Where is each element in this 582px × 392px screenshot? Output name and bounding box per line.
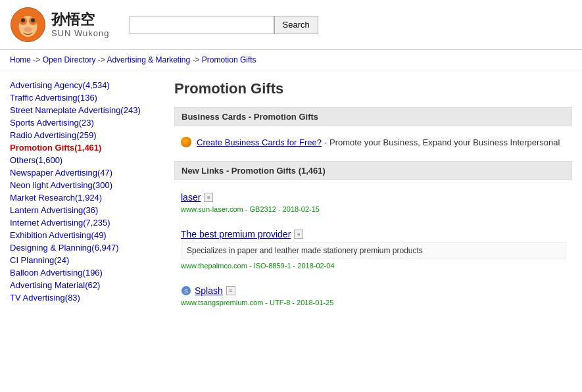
sidebar-item-9[interactable]: Market Research(1,924) xyxy=(10,193,155,203)
link-title-row: SSplash≡ xyxy=(181,285,566,296)
bc-link[interactable]: Create Business Cards for Free? xyxy=(197,137,322,147)
sidebar-item-14[interactable]: CI Planning(24) xyxy=(10,255,155,265)
link-title-row: The best premium provider≡ xyxy=(181,229,566,239)
sidebar-item-13[interactable]: Designing & Planning(6,947) xyxy=(10,243,155,253)
breadcrumb-home[interactable]: Home xyxy=(10,55,31,64)
business-card-entry: Create Business Cards for Free? - Promot… xyxy=(174,133,572,151)
search-button[interactable]: Search xyxy=(274,16,318,34)
sidebar-item-15[interactable]: Balloon Advertising(196) xyxy=(10,268,155,278)
page-title: Promotion Gifts xyxy=(174,80,572,97)
link-entry-1: The best premium provider≡Specializes in… xyxy=(174,224,572,274)
sidebar-item-2[interactable]: Street Nameplate Advertising(243) xyxy=(10,105,155,115)
sidebar-item-3[interactable]: Sports Advertising(23) xyxy=(10,118,155,128)
search-input[interactable] xyxy=(130,16,274,34)
bc-icon xyxy=(181,137,191,147)
link-title[interactable]: Splash xyxy=(195,285,223,296)
site-favicon: S xyxy=(181,285,191,296)
link-detail-icon[interactable]: ≡ xyxy=(226,286,235,295)
sidebar-item-11[interactable]: Internet Advertising(7,235) xyxy=(10,218,155,228)
section-new-links: New Links - Promotion Gifts (1,461)laser… xyxy=(174,161,572,310)
sidebar-item-5[interactable]: Promotion Gifts(1,461) xyxy=(10,143,155,153)
section-header-business-cards: Business Cards - Promotion Gifts xyxy=(174,107,572,126)
sidebar-item-8[interactable]: Neon light Advertising(300) xyxy=(10,180,155,190)
header: 孙悟空 SUN Wukong Search xyxy=(0,0,582,50)
breadcrumb-open-directory[interactable]: Open Directory xyxy=(43,55,96,64)
link-title[interactable]: The best premium provider xyxy=(181,229,291,239)
breadcrumb-advertising[interactable]: Advertising & Marketing xyxy=(107,55,190,64)
sidebar-item-4[interactable]: Radio Advertising(259) xyxy=(10,130,155,140)
link-title[interactable]: laser xyxy=(181,192,201,203)
svg-point-5 xyxy=(31,18,35,22)
sidebar-item-7[interactable]: Newspaper Advertising(47) xyxy=(10,168,155,178)
sidebar-item-1[interactable]: Traffic Advertising(136) xyxy=(10,93,155,103)
breadcrumb-sep3: -> xyxy=(193,55,202,64)
breadcrumb-sep2: -> xyxy=(98,55,107,64)
logo-icon xyxy=(10,7,46,43)
breadcrumb: Home -> Open Directory -> Advertising & … xyxy=(0,50,582,70)
sections-container: Business Cards - Promotion GiftsCreate B… xyxy=(174,107,572,310)
bc-desc: - Promote your Business, Expand your Bus… xyxy=(324,137,560,147)
sidebar-item-17[interactable]: TV Advertising(83) xyxy=(10,293,155,303)
sidebar-item-16[interactable]: Advertising Material(62) xyxy=(10,280,155,290)
svg-text:S: S xyxy=(184,288,188,295)
sidebar: Advertising Agency(4,534)Traffic Adverti… xyxy=(0,77,164,320)
section-business-cards: Business Cards - Promotion GiftsCreate B… xyxy=(174,107,572,151)
logo-sub: SUN Wukong xyxy=(51,28,110,39)
main: Advertising Agency(4,534)Traffic Adverti… xyxy=(0,70,582,327)
link-title-row: laser≡ xyxy=(181,192,566,203)
breadcrumb-promotion-gifts[interactable]: Promotion Gifts xyxy=(202,55,256,64)
content: Promotion Gifts Business Cards - Promoti… xyxy=(164,77,582,320)
link-entry-2: SSplash≡www.tsangspremium.com - UTF-8 - … xyxy=(174,280,572,310)
svg-point-4 xyxy=(21,18,25,22)
logo-text: 孙悟空 SUN Wukong xyxy=(51,11,110,39)
sidebar-item-12[interactable]: Exhibition Advertising(49) xyxy=(10,230,155,240)
section-header-new-links: New Links - Promotion Gifts (1,461) xyxy=(174,161,572,180)
logo-name: 孙悟空 xyxy=(51,11,110,28)
link-meta: www.sun-laser.com - GB2312 - 2018-02-15 xyxy=(181,205,566,213)
logo-area: 孙悟空 SUN Wukong xyxy=(10,7,110,43)
link-detail-icon[interactable]: ≡ xyxy=(204,193,213,202)
link-meta: www.tsangspremium.com - UTF-8 - 2018-01-… xyxy=(181,299,566,306)
link-description: Specializes in paper and leather made st… xyxy=(181,242,566,259)
link-detail-icon[interactable]: ≡ xyxy=(294,230,303,239)
link-entry-0: laser≡www.sun-laser.com - GB2312 - 2018-… xyxy=(174,187,572,217)
link-meta: www.thepalmco.com - ISO-8859-1 - 2018-02… xyxy=(181,262,566,270)
sidebar-item-10[interactable]: Lantern Advertising(36) xyxy=(10,205,155,215)
search-form: Search xyxy=(130,16,318,34)
breadcrumb-sep1: -> xyxy=(33,55,42,64)
sidebar-item-0[interactable]: Advertising Agency(4,534) xyxy=(10,80,155,90)
svg-point-6 xyxy=(24,27,32,32)
sidebar-item-6[interactable]: Others(1,600) xyxy=(10,155,155,165)
